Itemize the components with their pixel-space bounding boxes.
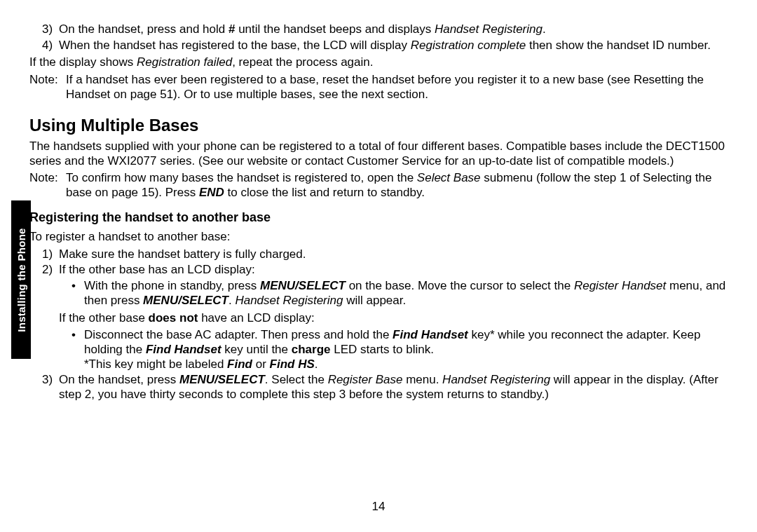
text: key until the: [221, 343, 292, 356]
list-body: On the handset, press MENU/SELECT. Selec…: [59, 373, 728, 402]
key-find-hs: Find HS: [270, 357, 315, 371]
paragraph: If the display shows Registration failed…: [29, 55, 728, 70]
list-item: 1) Make sure the handset battery is full…: [29, 247, 728, 262]
key-find: Find: [227, 357, 252, 371]
list-number: 3): [42, 373, 59, 402]
key-menu-select: MENU/SELECT: [143, 294, 229, 307]
display-message: Handset Registering: [442, 373, 550, 386]
list-number: 4): [42, 39, 59, 53]
list-item: 2) If the other base has an LCD display:: [29, 263, 728, 278]
display-message: Handset Registering: [235, 294, 343, 307]
note-body: If a handset has ever been registered to…: [66, 73, 728, 102]
bullet-icon: •: [71, 328, 84, 371]
key-end: END: [199, 186, 224, 199]
text: To confirm how many bases the handset is…: [66, 171, 417, 184]
text: , repeat the process again.: [232, 55, 373, 69]
text: If the other base: [59, 311, 149, 325]
text: Disconnect the base AC adapter. Then pre…: [84, 328, 393, 341]
list-body: If the other base has an LCD display:: [59, 263, 728, 278]
text: will appear.: [343, 294, 406, 307]
note-label: Note:: [29, 171, 66, 200]
key-find-handset: Find Handset: [393, 328, 468, 341]
menu-name: Register Handset: [574, 279, 666, 292]
led-name: charge: [292, 343, 331, 356]
text: then show the handset ID number.: [526, 39, 711, 52]
text: until the handset beeps and displays: [235, 22, 434, 36]
text: On the handset, press: [59, 373, 179, 386]
text: on the base. Move the cursor to select t…: [346, 279, 574, 292]
list-item: 3) On the handset, press MENU/SELECT. Se…: [29, 373, 728, 402]
text: LED starts to blink.: [331, 343, 434, 356]
note-label: Note:: [29, 73, 66, 102]
list-number: 2): [42, 263, 59, 278]
list-body: When the handset has registered to the b…: [59, 39, 728, 53]
list-number: 1): [42, 247, 59, 262]
section-heading-bases: Using Multiple Bases: [29, 115, 728, 135]
text: .: [315, 357, 318, 371]
note-body: To confirm how many bases the handset is…: [66, 171, 728, 200]
list-item: 4) When the handset has registered to th…: [29, 39, 728, 53]
note: Note: To confirm how many bases the hand…: [29, 171, 728, 200]
text: or: [252, 357, 270, 371]
list-body: Make sure the handset battery is fully c…: [59, 247, 728, 262]
key-menu-select: MENU/SELECT: [260, 279, 346, 292]
menu-name: Register Base: [328, 373, 403, 386]
key-hash: #: [229, 22, 235, 36]
section-tab: Installing the Phone: [11, 200, 31, 359]
text: *This key might be labeled: [84, 357, 227, 371]
display-message: Handset Registering: [435, 22, 543, 36]
text: If the display shows: [29, 55, 137, 69]
text: . Select the: [265, 373, 328, 386]
note: Note: If a handset has ever been registe…: [29, 73, 728, 102]
list-number: 3): [42, 22, 59, 37]
page-content: 3) On the handset, press and hold # unti…: [29, 22, 728, 402]
emphasis: does not: [149, 311, 198, 325]
bullet-item: • Disconnect the base AC adapter. Then p…: [29, 328, 728, 371]
bullet-body: With the phone in standby, press MENU/SE…: [84, 279, 728, 308]
section-tab-label: Installing the Phone: [15, 228, 27, 332]
display-message: Registration complete: [411, 39, 526, 52]
text: .: [543, 22, 546, 36]
paragraph: To register a handset to another base:: [29, 230, 728, 245]
key-find-handset: Find Handset: [146, 343, 221, 356]
text: When the handset has registered to the b…: [59, 39, 411, 52]
text: to close the list and return to standby.: [224, 186, 425, 199]
page-number: 14: [0, 500, 757, 514]
manual-page: Installing the Phone 3) On the handset, …: [0, 0, 757, 532]
sub-heading-register: Registering the handset to another base: [29, 210, 728, 226]
list-item: 3) On the handset, press and hold # unti…: [29, 22, 728, 37]
menu-name: Select Base: [417, 171, 481, 184]
bullet-icon: •: [71, 279, 84, 308]
bullet-body: Disconnect the base AC adapter. Then pre…: [84, 328, 728, 371]
bullet-item: • With the phone in standby, press MENU/…: [29, 279, 728, 308]
text: have an LCD display:: [198, 311, 314, 325]
text: menu.: [402, 373, 442, 386]
display-message: Registration failed: [137, 55, 232, 69]
text: .: [229, 294, 235, 307]
list-body: On the handset, press and hold # until t…: [59, 22, 728, 37]
text: With the phone in standby, press: [84, 279, 260, 292]
key-menu-select: MENU/SELECT: [179, 373, 265, 386]
paragraph: The handsets supplied with your phone ca…: [29, 139, 728, 168]
paragraph: If the other base does not have an LCD d…: [29, 311, 728, 326]
text: On the handset, press and hold: [59, 22, 229, 36]
